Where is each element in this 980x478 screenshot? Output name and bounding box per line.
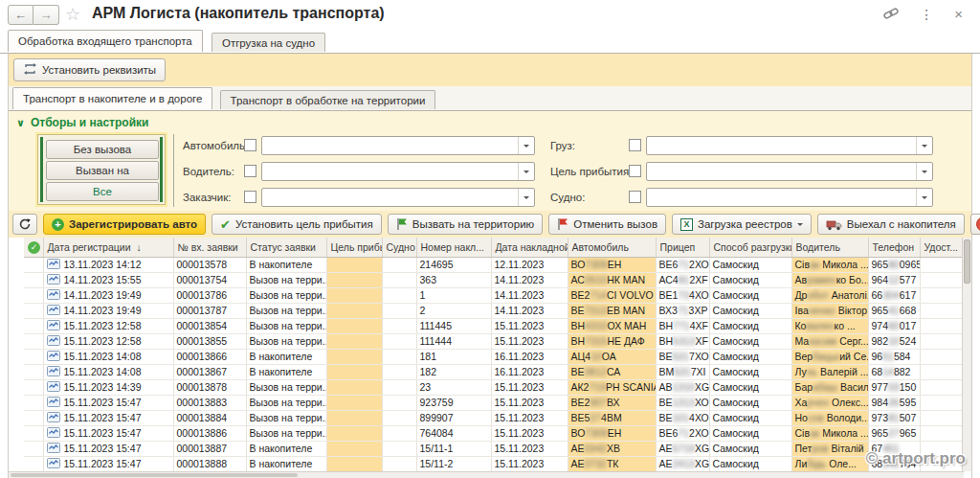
cell-trailer[interactable]: ВЕ1313ХО xyxy=(656,395,709,410)
call-to-territory-button[interactable]: Вызвать на территорию xyxy=(388,214,543,235)
cell-reg-date[interactable]: 13.11.2023 14:12 xyxy=(43,257,173,272)
cell-reg-date[interactable]: 15.11.2023 15:47 xyxy=(43,425,173,441)
cell-select[interactable] xyxy=(24,287,43,303)
cell-unload-method[interactable]: Самоскид xyxy=(709,395,791,410)
cell-vessel[interactable] xyxy=(382,287,416,303)
cell-invoice-date[interactable]: 15.11.2023 xyxy=(491,425,568,441)
table-row[interactable]: 15.11.2023 15:47000013888В накопителе15/… xyxy=(24,456,964,471)
cell-phone[interactable]: 96541668 xyxy=(868,303,920,318)
cell-license[interactable] xyxy=(920,395,964,410)
cell-driver[interactable]: Коваленко ... xyxy=(791,318,868,333)
cell-trailer[interactable]: ВЕ6712ХО xyxy=(656,257,709,272)
cell-license[interactable] xyxy=(920,287,964,303)
favorite-star-icon[interactable]: ☆ xyxy=(65,4,80,25)
cell-driver[interactable]: Носов Володи... xyxy=(791,410,868,425)
cell-driver[interactable]: Авраменко Бо... xyxy=(791,272,868,287)
cell-reg-date[interactable]: 15.11.2023 12:58 xyxy=(43,333,173,349)
cell-trailer[interactable]: ВЕ6712ХО xyxy=(656,425,709,441)
vessel-filter-input[interactable] xyxy=(646,188,933,207)
cell-driver[interactable]: Вербицький Се... xyxy=(791,349,868,364)
cell-license[interactable] xyxy=(920,303,964,318)
vertical-scrollbar-thumb[interactable] xyxy=(964,239,970,284)
table-row[interactable]: 14.11.2023 19:49000013787Вызов на терри.… xyxy=(24,303,964,318)
cell-vehicle[interactable]: АЕ0342ХВ xyxy=(568,441,656,456)
arrival-goal-filter-dropdown-icon[interactable] xyxy=(916,163,932,180)
cell-phone[interactable]: 96527965 xyxy=(868,425,920,441)
cell-license[interactable] xyxy=(920,318,964,333)
arrival-goal-filter-input[interactable] xyxy=(646,162,933,181)
forward-button[interactable]: → xyxy=(33,5,59,25)
cell-vehicle[interactable]: АС0510НК MAN xyxy=(568,272,656,287)
table-row[interactable]: 15.11.2023 12:58000013854Вызов на терри.… xyxy=(24,318,964,333)
cell-invoice-date[interactable]: 16.11.2023 xyxy=(491,349,568,364)
cell-request-status[interactable]: Вызов на терри... xyxy=(246,410,326,425)
cell-arrival-goal[interactable] xyxy=(326,441,382,456)
cell-unload-method[interactable]: Самоскид xyxy=(709,410,791,425)
cell-invoice-date[interactable]: 14.11.2023 xyxy=(491,287,568,303)
cell-trailer[interactable]: ВН7714ХF xyxy=(656,318,709,333)
cell-vessel[interactable] xyxy=(382,349,416,364)
cell-reg-date[interactable]: 15.11.2023 15:47 xyxy=(43,395,173,410)
cell-vehicle[interactable]: ВЕ7313ЕВ MAN xyxy=(568,303,656,318)
cell-request-number[interactable]: 000013787 xyxy=(173,303,246,318)
col-header-8[interactable]: Прицеп xyxy=(656,238,709,257)
cell-select[interactable] xyxy=(24,395,43,410)
cargo-filter-input[interactable] xyxy=(646,136,933,155)
cell-select[interactable] xyxy=(24,410,43,425)
cell-license[interactable] xyxy=(920,425,964,441)
cell-vessel[interactable] xyxy=(382,379,416,395)
cell-select[interactable] xyxy=(24,364,43,379)
driver-filter-dropdown-icon[interactable] xyxy=(518,163,534,180)
cell-unload-method[interactable]: Самоскид xyxy=(709,441,791,456)
cell-arrival-goal[interactable] xyxy=(326,333,382,349)
cell-select[interactable] xyxy=(24,425,43,441)
cell-reg-date[interactable]: 15.11.2023 14:08 xyxy=(43,364,173,379)
cell-trailer[interactable]: ВМ5317ХІ xyxy=(656,364,709,379)
table-row[interactable]: 15.11.2023 15:47000013886Вызов на терри.… xyxy=(24,425,964,441)
cell-arrival-goal[interactable] xyxy=(326,364,382,379)
cell-invoice-date[interactable]: 14.11.2023 xyxy=(491,303,568,318)
cell-vehicle[interactable]: ВЕ2907ВХ xyxy=(568,395,656,410)
cell-license[interactable] xyxy=(920,333,964,349)
cell-trailer[interactable]: ВЕ5317ХО xyxy=(656,349,709,364)
driver-filter-input[interactable] xyxy=(261,162,535,181)
col-header-6[interactable]: Дата накладной xyxy=(491,238,568,257)
cell-vehicle[interactable]: АК2719РН SCANIA xyxy=(568,379,656,395)
cell-vehicle[interactable]: ВЕ0812СА xyxy=(568,364,656,379)
cell-invoice-date[interactable]: 15.11.2023 xyxy=(491,395,568,410)
cell-request-status[interactable]: Вызов на терри... xyxy=(246,379,326,395)
customer-filter-dropdown-icon[interactable] xyxy=(518,189,534,206)
cell-reg-date[interactable]: 15.11.2023 15:47 xyxy=(43,441,173,456)
cell-driver[interactable]: Харчен Олекс... xyxy=(791,395,868,410)
col-header-1[interactable]: № вх. заявки xyxy=(173,238,246,257)
col-header-9[interactable]: Способ разгрузки xyxy=(709,238,791,257)
cell-select[interactable] xyxy=(24,303,43,318)
customer-filter-input[interactable] xyxy=(261,188,535,207)
kebab-menu-icon[interactable]: ⋮ xyxy=(920,8,933,21)
cell-invoice-number[interactable]: 111444 xyxy=(416,333,491,349)
cell-reg-date[interactable]: 14.11.2023 19:49 xyxy=(43,303,173,318)
cell-trailer[interactable]: АВ1310ХG xyxy=(656,379,709,395)
col-header-7[interactable]: Автомобиль xyxy=(568,238,656,257)
cell-invoice-number[interactable]: 923759 xyxy=(416,395,491,410)
cell-arrival-goal[interactable] xyxy=(326,349,382,364)
cell-invoice-number[interactable]: 23 xyxy=(416,379,491,395)
cell-unload-method[interactable]: Самоскид xyxy=(709,379,791,395)
cell-request-status[interactable]: В накопителе xyxy=(246,364,326,379)
cell-invoice-date[interactable]: 14.11.2023 xyxy=(491,272,568,287)
cell-request-status[interactable]: В накопителе xyxy=(246,349,326,364)
cell-select[interactable] xyxy=(24,257,43,272)
cancel-call-button[interactable]: Отменить вызов xyxy=(548,214,666,235)
col-header-12[interactable]: Удост... xyxy=(920,238,964,257)
cell-license[interactable] xyxy=(920,257,964,272)
col-header-10[interactable]: Водитель xyxy=(791,238,868,257)
cell-invoice-date[interactable]: 16.11.2023 xyxy=(491,364,568,379)
cell-invoice-date[interactable]: 15.11.2023 xyxy=(491,456,568,471)
cell-phone[interactable]: 96412577 xyxy=(868,272,920,287)
vertical-scrollbar[interactable] xyxy=(962,238,971,471)
cell-request-number[interactable]: 000013883 xyxy=(173,395,246,410)
filter-no-call-button[interactable]: Без вызова xyxy=(46,140,159,159)
horizontal-scrollbar[interactable] xyxy=(9,471,964,478)
col-header-select[interactable]: ✓ xyxy=(24,238,43,257)
cell-arrival-goal[interactable] xyxy=(326,456,382,471)
